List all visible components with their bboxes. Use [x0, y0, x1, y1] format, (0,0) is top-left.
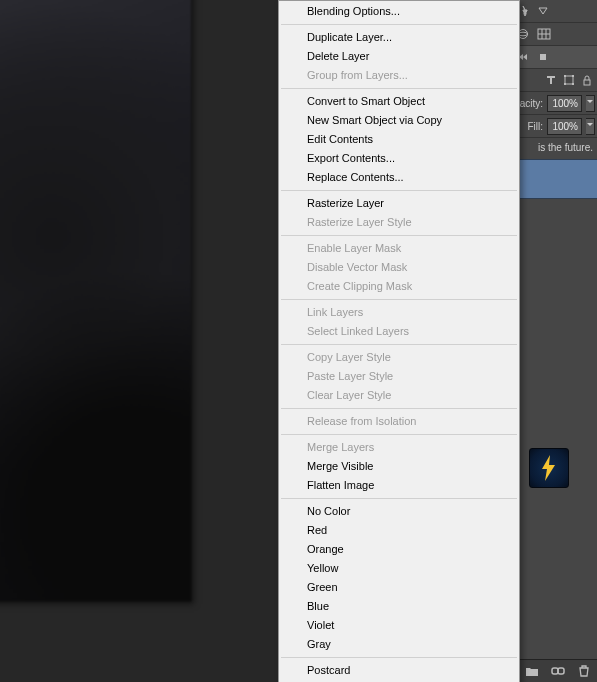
- svg-rect-14: [558, 668, 564, 674]
- svg-rect-13: [552, 668, 558, 674]
- document-preview: [0, 0, 192, 602]
- menu-green[interactable]: Green: [279, 578, 519, 597]
- layer-style-thumbnail[interactable]: [529, 448, 569, 488]
- stop-icon[interactable]: [537, 51, 549, 63]
- lock-icon[interactable]: [581, 74, 593, 86]
- menu-separator: [281, 88, 517, 89]
- menu-merge-layers: Merge Layers: [279, 438, 519, 457]
- menu-rasterize-layer-style: Rasterize Layer Style: [279, 213, 519, 232]
- menu-no-color[interactable]: No Color: [279, 502, 519, 521]
- menu-disable-vector-mask: Disable Vector Mask: [279, 258, 519, 277]
- opacity-dropdown[interactable]: [586, 95, 595, 112]
- menu-blue[interactable]: Blue: [279, 597, 519, 616]
- svg-rect-9: [572, 75, 574, 77]
- opacity-input[interactable]: 100%: [547, 95, 582, 112]
- menu-postcard[interactable]: Postcard: [279, 661, 519, 680]
- menu-delete-layer[interactable]: Delete Layer: [279, 47, 519, 66]
- menu-merge-visible[interactable]: Merge Visible: [279, 457, 519, 476]
- menu-gray[interactable]: Gray: [279, 635, 519, 654]
- menu-enable-layer-mask: Enable Layer Mask: [279, 239, 519, 258]
- menu-duplicate-layer[interactable]: Duplicate Layer...: [279, 28, 519, 47]
- lightning-bolt-icon: [538, 454, 560, 482]
- opacity-row: pacity: 100%: [513, 92, 597, 115]
- menu-copy-layer-style: Copy Layer Style: [279, 348, 519, 367]
- panel-toolbar-1: [513, 0, 597, 23]
- selected-layer-row[interactable]: [513, 159, 597, 199]
- menu-export-contents[interactable]: Export Contents...: [279, 149, 519, 168]
- menu-separator: [281, 24, 517, 25]
- layers-panel: pacity: 100% Fill: 100% is the future.: [512, 0, 597, 682]
- fill-label: Fill:: [527, 121, 543, 132]
- transform-icon[interactable]: [563, 74, 575, 86]
- svg-rect-10: [564, 83, 566, 85]
- menu-separator: [281, 657, 517, 658]
- panel-footer: [513, 659, 597, 682]
- fill-input[interactable]: 100%: [547, 118, 582, 135]
- panel-toolbar-4: [513, 69, 597, 92]
- svg-rect-11: [572, 83, 574, 85]
- grid-icon[interactable]: [537, 28, 551, 40]
- fill-row: Fill: 100%: [513, 115, 597, 138]
- panel-toolbar-3: [513, 46, 597, 69]
- menu-new-smart-object-copy[interactable]: New Smart Object via Copy: [279, 111, 519, 130]
- menu-separator: [281, 299, 517, 300]
- svg-rect-7: [565, 76, 573, 84]
- menu-release-from-isolation: Release from Isolation: [279, 412, 519, 431]
- menu-orange[interactable]: Orange: [279, 540, 519, 559]
- menu-select-linked-layers: Select Linked Layers: [279, 322, 519, 341]
- menu-clear-layer-style: Clear Layer Style: [279, 386, 519, 405]
- menu-convert-smart-object[interactable]: Convert to Smart Object: [279, 92, 519, 111]
- menu-blending-options[interactable]: Blending Options...: [279, 2, 519, 21]
- menu-violet[interactable]: Violet: [279, 616, 519, 635]
- menu-flatten-image[interactable]: Flatten Image: [279, 476, 519, 495]
- menu-group-from-layers: Group from Layers...: [279, 66, 519, 85]
- triangle-down-icon[interactable]: [537, 5, 549, 17]
- svg-rect-12: [584, 80, 590, 85]
- panel-hint-text: is the future.: [513, 138, 597, 153]
- menu-separator: [281, 344, 517, 345]
- chain-link-icon[interactable]: [551, 664, 565, 678]
- menu-separator: [281, 434, 517, 435]
- layer-context-menu: Blending Options... Duplicate Layer... D…: [278, 0, 520, 682]
- svg-rect-8: [564, 75, 566, 77]
- menu-rasterize-layer[interactable]: Rasterize Layer: [279, 194, 519, 213]
- menu-separator: [281, 498, 517, 499]
- folder-icon[interactable]: [525, 664, 539, 678]
- menu-red[interactable]: Red: [279, 521, 519, 540]
- fill-dropdown[interactable]: [586, 118, 595, 135]
- menu-edit-contents[interactable]: Edit Contents: [279, 130, 519, 149]
- type-icon[interactable]: [545, 74, 557, 86]
- menu-replace-contents[interactable]: Replace Contents...: [279, 168, 519, 187]
- panel-toolbar-2: [513, 23, 597, 46]
- menu-separator: [281, 235, 517, 236]
- menu-separator: [281, 408, 517, 409]
- canvas-area[interactable]: [0, 0, 192, 602]
- menu-paste-layer-style: Paste Layer Style: [279, 367, 519, 386]
- svg-rect-6: [540, 54, 546, 60]
- menu-link-layers: Link Layers: [279, 303, 519, 322]
- trash-icon[interactable]: [577, 664, 591, 678]
- menu-separator: [281, 190, 517, 191]
- menu-create-clipping-mask: Create Clipping Mask: [279, 277, 519, 296]
- menu-yellow[interactable]: Yellow: [279, 559, 519, 578]
